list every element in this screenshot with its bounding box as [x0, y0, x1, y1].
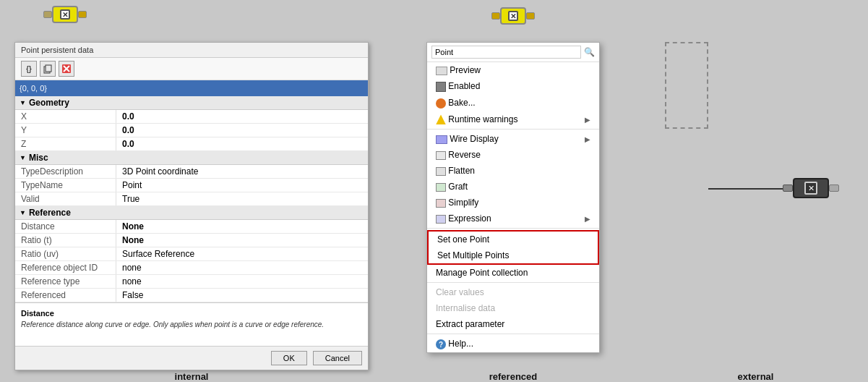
- ext-left-connector: [783, 184, 793, 192]
- prop-x-value: 0.0: [116, 110, 140, 123]
- expression-arrow: ▶: [585, 215, 590, 223]
- collapse-arrow-reference: ▼: [20, 209, 26, 216]
- ref-node-x: ✕: [508, 11, 518, 21]
- prop-refid-value: none: [116, 261, 147, 274]
- main-area: ✕ Point persistent data {} {0, 0, 0}: [0, 0, 868, 370]
- section-geometry-label: Geometry: [29, 98, 69, 108]
- prop-ratio-t-label: Ratio (t): [15, 234, 116, 247]
- menu-item-clear-values: Clear values: [427, 284, 599, 300]
- wire-icon: [436, 135, 447, 144]
- ref-node-left-conn: [491, 12, 500, 20]
- section-misc: ▼ Misc: [15, 151, 368, 165]
- reverse-icon: [436, 151, 446, 160]
- dialog-buttons: OK Cancel: [15, 346, 368, 370]
- menu-sep-1: [427, 129, 599, 130]
- dialog-title: Point persistent data: [15, 43, 368, 58]
- prop-valid-label: Valid: [15, 192, 116, 205]
- internal-node-icon: ✕: [43, 6, 87, 23]
- prop-ratio-uv-value: Surface Reference: [116, 247, 200, 260]
- menu-item-internalise: Internalise data: [427, 300, 599, 316]
- prop-typename-label: TypeName: [15, 179, 116, 192]
- menu-item-set-one-point[interactable]: Set one Point: [429, 232, 598, 247]
- bottom-labels: internal referenced external: [0, 370, 868, 382]
- prop-referenced-value: False: [116, 289, 149, 302]
- enabled-icon: [436, 82, 446, 92]
- expr-icon: [436, 215, 446, 224]
- prop-distance-value: None: [116, 220, 150, 233]
- prop-ratio-uv: Ratio (uv) Surface Reference: [15, 247, 368, 261]
- list-item-value: {0, 0, 0}: [20, 84, 47, 93]
- prop-typedesc-value: 3D Point coordinate: [116, 165, 204, 178]
- dialog-toolbar: {}: [15, 58, 368, 80]
- ext-node-x: ✕: [804, 182, 817, 195]
- delete-button[interactable]: [59, 61, 74, 77]
- copy-button[interactable]: [40, 61, 56, 77]
- collapse-arrow-geometry: ▼: [20, 99, 26, 106]
- menu-item-preview[interactable]: Preview: [427, 62, 599, 78]
- collapse-arrow-misc: ▼: [20, 154, 26, 161]
- menu-item-wire-display[interactable]: Wire Display ▶: [427, 131, 599, 147]
- menu-item-enabled[interactable]: Enabled: [427, 78, 599, 95]
- section-misc-label: Misc: [29, 153, 48, 163]
- prop-refid-label: Reference object ID: [15, 261, 116, 274]
- description-area: Distance Reference distance along curve …: [15, 302, 368, 346]
- menu-item-expression[interactable]: Expression ▶: [427, 211, 599, 226]
- ext-right-connector: [829, 184, 839, 192]
- wire-display-arrow: ▶: [585, 135, 590, 143]
- prop-z-label: Z: [15, 137, 116, 150]
- highlighted-group: Set one Point Set Multiple Points: [427, 230, 599, 265]
- search-icon[interactable]: 🔍: [584, 47, 595, 57]
- menu-item-simplify[interactable]: Simplify: [427, 195, 599, 211]
- prop-ratio-t-value: None: [116, 234, 150, 247]
- ext-node-body[interactable]: ✕: [793, 178, 829, 198]
- ref-node-right-conn: [526, 12, 535, 20]
- simplify-icon: [436, 199, 446, 208]
- section-geometry: ▼ Geometry: [15, 96, 368, 110]
- cancel-button[interactable]: Cancel: [313, 351, 362, 365]
- menu-search-input[interactable]: [431, 46, 581, 59]
- runtime-warnings-arrow: ▶: [585, 116, 590, 124]
- menu-item-manage-point[interactable]: Manage Point collection: [427, 265, 599, 281]
- node-x-mark: ✕: [60, 9, 70, 20]
- ok-button[interactable]: OK: [271, 351, 307, 365]
- panel-external: ✕: [643, 0, 868, 370]
- prop-referenced: Referenced False: [15, 289, 368, 302]
- section-reference: ▼ Reference: [15, 206, 368, 220]
- menu-item-flatten[interactable]: Flatten: [427, 163, 599, 179]
- bake-icon: [436, 98, 446, 109]
- menu-item-help[interactable]: ? Help...: [427, 336, 599, 352]
- label-internal: internal: [0, 370, 383, 382]
- menu-item-set-multiple-points[interactable]: Set Multiple Points: [429, 247, 598, 263]
- menu-sep-4: [427, 334, 599, 334]
- graft-icon: [436, 183, 446, 192]
- desc-title: Distance: [21, 309, 362, 318]
- node-left-connector: [43, 11, 52, 18]
- referenced-node-icon: ✕: [491, 7, 535, 25]
- preview-icon: [436, 67, 447, 75]
- prop-distance-label: Distance: [15, 220, 116, 233]
- prop-z-value: 0.0: [116, 137, 140, 150]
- brackets-button[interactable]: {}: [21, 61, 37, 77]
- prop-valid-value: True: [116, 192, 145, 205]
- prop-y: Y 0.0: [15, 124, 368, 137]
- prop-reftype-value: none: [116, 275, 147, 288]
- list-area[interactable]: {0, 0, 0}: [15, 80, 368, 96]
- menu-search-row: 🔍: [427, 43, 599, 62]
- node-body[interactable]: ✕: [52, 6, 78, 23]
- external-node[interactable]: ✕: [783, 178, 839, 198]
- prop-typedesc-label: TypeDescription: [15, 165, 116, 178]
- prop-reftype-label: Reference type: [15, 275, 116, 288]
- menu-sep-2: [427, 228, 599, 229]
- ref-node-body[interactable]: ✕: [500, 7, 526, 25]
- menu-item-runtime-warnings[interactable]: Runtime warnings ▶: [427, 111, 599, 128]
- menu-item-reverse[interactable]: Reverse: [427, 147, 599, 163]
- menu-item-extract[interactable]: Extract parameter: [427, 316, 599, 332]
- prop-typename: TypeName Point: [15, 179, 368, 192]
- prop-typedesc: TypeDescription 3D Point coordinate: [15, 165, 368, 179]
- node-right-connector: [78, 11, 87, 18]
- menu-sep-3: [427, 282, 599, 283]
- flatten-icon: [436, 167, 446, 176]
- menu-item-graft[interactable]: Graft: [427, 179, 599, 195]
- menu-item-bake[interactable]: Bake...: [427, 95, 599, 111]
- prop-refid: Reference object ID none: [15, 261, 368, 275]
